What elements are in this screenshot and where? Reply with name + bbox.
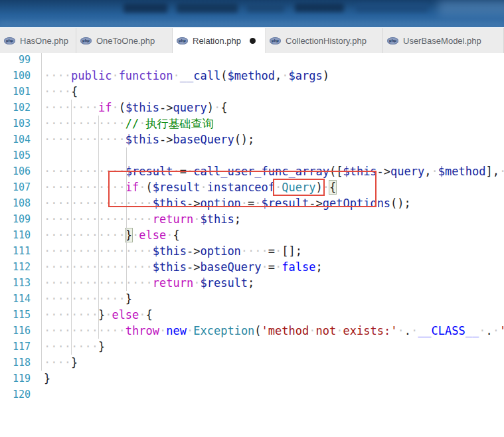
php-icon-text: php	[82, 39, 90, 43]
line-number[interactable]: 111	[0, 243, 31, 259]
code-text: ················return·$result;	[31, 275, 254, 291]
code-text: ············throw·new·Exception('method·…	[31, 323, 504, 339]
titlebar-redaction	[356, 4, 428, 12]
code-line-100[interactable]: 100····public·function·__call($method,·$…	[0, 68, 504, 84]
php-icon-text: php	[389, 39, 396, 43]
line-number[interactable]: 103	[0, 116, 31, 131]
code-line-111[interactable]: 111················$this->option····=·[]…	[0, 243, 504, 259]
code-line-99[interactable]: 99	[0, 53, 504, 68]
titlebar	[0, 0, 504, 28]
code-line-113[interactable]: 113················return·$result;	[0, 275, 504, 291]
line-number[interactable]: 100	[0, 68, 31, 84]
code-line-102[interactable]: 102········if·($this->query)·{	[0, 100, 504, 116]
code-line-115[interactable]: 115········}·else·{	[0, 307, 504, 323]
code-text: ············}·else·{	[31, 227, 180, 243]
tab-label: UserBaseModel.php	[403, 36, 481, 46]
line-number[interactable]: 114	[0, 291, 31, 307]
code-area[interactable]: 99100····public·function·__call($method,…	[0, 53, 504, 402]
code-line-104[interactable]: 104············$this->baseQuery();	[0, 131, 504, 147]
php-icon-text: php	[272, 39, 279, 43]
line-number[interactable]: 115	[0, 307, 31, 323]
code-text	[31, 387, 44, 402]
code-line-112[interactable]: 112················$this->baseQuery·=·fa…	[0, 259, 504, 275]
indent-guide	[71, 100, 72, 355]
tab-bar: phpHasOne.phpphpOneToOne.phpphpRelation.…	[0, 27, 504, 53]
php-file-icon: php	[177, 37, 188, 44]
code-text: ····}	[31, 355, 78, 371]
code-line-116[interactable]: 116············throw·new·Exception('meth…	[0, 323, 504, 339]
annotation-inline-box: ·Query)	[275, 181, 323, 194]
code-line-110[interactable]: 110············}·else·{	[0, 227, 504, 243]
line-number[interactable]: 110	[0, 227, 31, 243]
code-text	[31, 53, 44, 68]
tab-label: OneToOne.php	[96, 36, 155, 46]
code-text: ············$result·=·call_user_func_arr…	[31, 163, 504, 179]
code-line-117[interactable]: 117········}	[0, 339, 504, 355]
code-text: ········}·else·{	[31, 307, 153, 323]
line-number[interactable]: 112	[0, 259, 31, 275]
line-number[interactable]: 108	[0, 195, 31, 211]
tab-onetoone-php[interactable]: phpOneToOne.php	[76, 28, 173, 53]
code-line-103[interactable]: 103············//·执行基础查询	[0, 116, 504, 131]
line-number[interactable]: 99	[0, 53, 31, 68]
code-text: }	[31, 371, 50, 387]
tab-label: CollectionHistory.php	[286, 36, 367, 46]
code-text: ····{	[31, 84, 78, 100]
php-file-icon: php	[80, 37, 92, 44]
code-text: ············}	[31, 291, 132, 307]
line-number[interactable]: 118	[0, 355, 31, 371]
titlebar-redaction	[438, 0, 504, 16]
tab-relation-php[interactable]: phpRelation.php	[173, 28, 266, 53]
titlebar-redaction	[124, 3, 167, 13]
line-number[interactable]: 116	[0, 323, 31, 339]
line-number[interactable]: 120	[0, 387, 31, 402]
code-text: ············$this->baseQuery();	[31, 131, 254, 147]
line-number[interactable]: 101	[0, 84, 31, 100]
code-line-109[interactable]: 109················return·$this;	[0, 211, 504, 227]
line-number[interactable]: 102	[0, 100, 31, 116]
code-text: ············//·执行基础查询	[31, 116, 214, 131]
indent-guide	[41, 52, 42, 371]
line-number[interactable]: 106	[0, 163, 31, 179]
code-line-106[interactable]: 106············$result·=·call_user_func_…	[0, 163, 504, 179]
tab-collectionhistory-php[interactable]: phpCollectionHistory.php	[266, 28, 383, 53]
indent-guide	[98, 116, 99, 339]
code-text: ····public·function·__call($method,·$arg…	[31, 68, 329, 84]
titlebar-redaction	[0, 22, 504, 27]
tab-hasone-php[interactable]: phpHasOne.php	[0, 28, 76, 53]
code-line-120[interactable]: 120	[0, 387, 504, 402]
php-file-icon: php	[270, 37, 281, 44]
line-number[interactable]: 104	[0, 131, 31, 147]
code-line-119[interactable]: 119}	[0, 371, 504, 387]
php-icon-text: php	[6, 39, 13, 43]
code-line-108[interactable]: 108················$this->option·=·$resu…	[0, 195, 504, 211]
titlebar-redaction	[247, 4, 284, 12]
line-number[interactable]: 117	[0, 339, 31, 355]
modified-dot-icon[interactable]	[250, 38, 256, 44]
code-line-101[interactable]: 101····{	[0, 84, 504, 100]
code-line-107[interactable]: 107············if·($result·instanceof·Qu…	[0, 179, 504, 195]
code-text: ················$this->option·=·$result-…	[31, 195, 411, 211]
code-line-114[interactable]: 114············}	[0, 291, 504, 307]
titlebar-redaction	[177, 3, 238, 13]
line-number[interactable]: 109	[0, 211, 31, 227]
line-number[interactable]: 119	[0, 371, 31, 387]
code-text	[31, 147, 44, 163]
line-number[interactable]: 107	[0, 179, 31, 195]
tab-label: Relation.php	[193, 36, 241, 46]
vscode-window: { "colors": { "annotation_red": "#E2493D…	[0, 0, 504, 437]
editor[interactable]: 99100····public·function·__call($method,…	[0, 53, 504, 437]
line-number[interactable]: 105	[0, 147, 31, 163]
code-text: ················return·$this;	[31, 211, 241, 227]
indent-guide	[126, 147, 127, 291]
code-line-105[interactable]: 105	[0, 147, 504, 163]
php-icon-text: php	[179, 39, 186, 43]
code-text: ············if·($result·instanceof·Query…	[31, 179, 336, 195]
tab-label: HasOne.php	[20, 36, 68, 46]
tab-userbasemodel-php[interactable]: phpUserBaseModel.php	[383, 28, 504, 53]
code-text: ················$this->baseQuery·=·false…	[31, 259, 323, 275]
code-line-118[interactable]: 118····}	[0, 355, 504, 371]
code-text: ········if·($this->query)·{	[31, 100, 227, 116]
php-file-icon: php	[387, 37, 398, 44]
line-number[interactable]: 113	[0, 275, 31, 291]
